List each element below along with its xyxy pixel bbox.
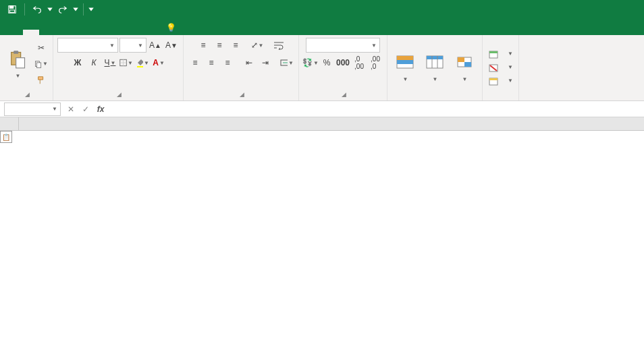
borders-button[interactable]: ▼ [119, 55, 134, 70]
increase-indent-button[interactable]: ⇥ [258, 55, 273, 70]
format-painter-button[interactable] [34, 73, 49, 88]
format-cells-icon [488, 76, 499, 86]
svg-rect-5 [16, 58, 25, 68]
name-box[interactable]: ▼ [4, 103, 61, 116]
align-middle-button[interactable]: ≡ [212, 38, 227, 53]
number-format-combo[interactable]: ▼ [306, 38, 380, 53]
redo-dropdown-icon[interactable] [72, 1, 79, 18]
format-as-table-button[interactable]: ▼ [421, 51, 448, 84]
merge-button[interactable]: ▼ [279, 55, 294, 70]
svg-rect-28 [489, 78, 498, 80]
brush-icon [36, 76, 46, 85]
svg-rect-7 [36, 62, 41, 67]
delete-cells-button[interactable]: ▼ [487, 61, 514, 74]
font-size-combo[interactable]: ▼ [119, 38, 146, 53]
tab-view[interactable] [120, 30, 136, 35]
dialog-launcher-icon[interactable]: ◢ [240, 91, 244, 98]
svg-rect-17 [427, 56, 443, 59]
decrease-indent-button[interactable]: ⇤ [242, 55, 257, 70]
x-icon: ✕ [68, 105, 74, 114]
svg-rect-11 [137, 66, 143, 67]
enter-formula-button[interactable]: ✓ [78, 103, 93, 116]
cancel-formula-button[interactable]: ✕ [63, 103, 78, 116]
svg-rect-21 [458, 57, 464, 62]
save-icon[interactable] [4, 1, 20, 18]
tab-data[interactable] [88, 30, 104, 35]
title-bar [0, 0, 644, 19]
tab-insert[interactable] [39, 30, 55, 35]
bold-button[interactable]: Ж [70, 55, 85, 70]
check-icon: ✓ [82, 105, 89, 114]
quick-access-toolbar [0, 1, 95, 18]
accounting-format-button[interactable]: 💱▼ [303, 55, 318, 70]
wrap-text-button[interactable] [271, 38, 286, 53]
svg-rect-24 [489, 51, 498, 53]
group-cells: ▼ ▼ ▼ [483, 35, 519, 100]
align-bottom-button[interactable]: ≡ [228, 38, 243, 53]
redo-icon[interactable] [55, 1, 71, 18]
copy-button[interactable]: ▼ [34, 57, 49, 71]
italic-button[interactable]: К [86, 55, 101, 70]
formula-input[interactable] [108, 103, 644, 116]
select-all-corner[interactable] [0, 117, 19, 130]
ribbon-tabs: 💡 [0, 19, 644, 35]
qat-customize-icon[interactable] [88, 1, 95, 18]
orientation-button[interactable]: ⤢▼ [250, 38, 265, 53]
format-cells-button[interactable]: ▼ [487, 75, 514, 87]
cell-styles-button[interactable]: ▼ [451, 51, 478, 84]
dialog-launcher-icon[interactable]: ◢ [25, 91, 30, 98]
svg-rect-15 [397, 60, 413, 64]
align-top-button[interactable]: ≡ [196, 38, 211, 53]
undo-dropdown-icon[interactable] [47, 1, 53, 18]
align-right-button[interactable]: ≡ [220, 55, 235, 70]
wrap-icon [273, 40, 284, 50]
group-number: ▼ 💱▼ % 000 ,0,00 ,00,0 ◢ [299, 35, 387, 100]
group-font: ▼ ▼ A▲ A▼ Ж К Ч▼ ▼ ▼ A▼ ◢ [53, 35, 184, 100]
font-name-combo[interactable]: ▼ [57, 38, 118, 53]
scissors-icon: ✂ [38, 43, 45, 53]
undo-icon[interactable] [29, 1, 45, 18]
align-center-button[interactable]: ≡ [204, 55, 219, 70]
paste-button[interactable]: ▼ [4, 47, 31, 80]
tab-page-layout[interactable] [55, 30, 72, 35]
tab-formulas[interactable] [72, 30, 88, 35]
border-icon [119, 58, 127, 67]
formula-bar: ▼ ✕ ✓ fx [0, 101, 644, 117]
group-alignment: ≡ ≡ ≡ ⤢▼ ≡ ≡ ≡ ⇤ ⇥ ▼ ◢ [184, 35, 299, 100]
font-color-button[interactable]: A▼ [151, 55, 166, 70]
group-styles: ▼ ▼ ▼ [387, 35, 483, 100]
fx-button[interactable]: fx [93, 103, 108, 116]
align-left-button[interactable]: ≡ [188, 55, 203, 70]
increase-decimal-button[interactable]: ,0,00 [352, 55, 367, 70]
dialog-launcher-icon[interactable]: ◢ [117, 91, 122, 98]
copy-icon [34, 59, 42, 69]
column-headers [0, 117, 644, 131]
merge-icon [280, 58, 288, 67]
tab-review[interactable] [104, 30, 120, 35]
underline-button[interactable]: Ч▼ [103, 55, 117, 70]
svg-rect-2 [10, 10, 15, 13]
conditional-formatting-button[interactable]: ▼ [392, 51, 419, 84]
tab-home[interactable] [23, 30, 39, 35]
svg-rect-22 [464, 62, 471, 67]
bucket-icon [136, 58, 143, 67]
tab-file[interactable] [7, 30, 23, 35]
cut-button[interactable]: ✂ [34, 40, 49, 55]
chevron-down-icon: ▼ [16, 73, 21, 79]
insert-cells-icon [488, 49, 499, 59]
comma-button[interactable]: 000 [336, 55, 350, 70]
tell-me[interactable]: 💡 [158, 20, 187, 35]
svg-rect-1 [10, 6, 14, 9]
shrink-font-button[interactable]: A▼ [164, 38, 179, 53]
decrease-decimal-button[interactable]: ,00,0 [368, 55, 383, 70]
fill-color-button[interactable]: ▼ [135, 55, 150, 70]
svg-rect-4 [14, 51, 18, 54]
dialog-launcher-icon[interactable]: ◢ [342, 91, 346, 98]
paste-options-icon[interactable]: 📋 [0, 131, 12, 143]
currency-icon: 💱 [302, 58, 313, 67]
ribbon: ▼ ✂ ▼ ◢ ▼ ▼ A▲ A▼ Ж К Ч▼ ▼ ▼ A▼ [0, 35, 644, 101]
insert-cells-button[interactable]: ▼ [487, 48, 514, 60]
percent-button[interactable]: % [319, 55, 334, 70]
grow-font-button[interactable]: A▲ [148, 38, 163, 53]
tab-acrobat[interactable] [136, 30, 153, 35]
